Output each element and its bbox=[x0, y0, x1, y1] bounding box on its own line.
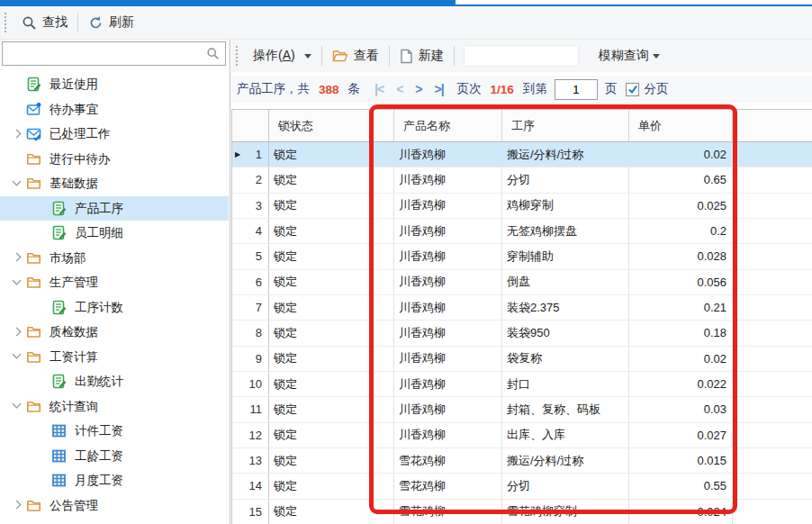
cell-price[interactable]: 0.02 bbox=[629, 142, 733, 167]
first-page-button[interactable]: |< bbox=[374, 82, 383, 96]
cell-product[interactable]: 川香鸡柳 bbox=[394, 397, 502, 421]
cell-price[interactable]: 0.015 bbox=[629, 448, 733, 473]
cell-process[interactable]: 装袋950 bbox=[502, 321, 629, 345]
cell-product[interactable]: 雪花鸡柳 bbox=[394, 448, 502, 473]
cell-price[interactable]: 0.028 bbox=[629, 244, 733, 268]
sidebar-item-产品工序[interactable]: 产品工序 bbox=[0, 196, 229, 221]
cell-product[interactable]: 川香鸡柳 bbox=[394, 167, 502, 192]
prev-page-button[interactable]: < bbox=[396, 82, 402, 96]
cell-product[interactable]: 川香鸡柳 bbox=[394, 321, 502, 345]
paging-checkbox[interactable] bbox=[626, 83, 639, 96]
table-row[interactable]: 13锁定雪花鸡柳搬运/分料/过称0.015 bbox=[232, 448, 812, 474]
sidebar-item-已处理工作[interactable]: 已处理工作 bbox=[0, 122, 229, 147]
sidebar-search-input[interactable] bbox=[3, 42, 206, 65]
table-row[interactable]: 11锁定川香鸡柳封箱、复称、码板0.03 bbox=[232, 397, 812, 422]
cell-product[interactable]: 雪花鸡柳 bbox=[394, 500, 502, 524]
column-header-process[interactable]: 工序 bbox=[502, 110, 629, 141]
chevron-down-icon[interactable] bbox=[9, 348, 25, 365]
sidebar-item-工序计数[interactable]: 工序计数 bbox=[0, 295, 229, 321]
cell-lock[interactable]: 锁定 bbox=[269, 219, 394, 243]
last-page-button[interactable]: >| bbox=[435, 82, 444, 96]
cell-process[interactable]: 雪花鸡柳穿制 bbox=[502, 500, 629, 524]
cell-product[interactable]: 川香鸡柳 bbox=[394, 194, 502, 218]
column-header-lock[interactable]: 锁状态 bbox=[269, 110, 394, 141]
sidebar-item-员工明细[interactable]: 员工明细 bbox=[0, 221, 229, 246]
cell-price[interactable]: 0.022 bbox=[629, 372, 733, 396]
cell-price[interactable]: 0.21 bbox=[629, 295, 733, 320]
cell-product[interactable]: 川香鸡柳 bbox=[394, 142, 502, 167]
cell-price[interactable]: 0.02 bbox=[629, 347, 733, 371]
next-page-button[interactable]: > bbox=[415, 82, 421, 96]
cell-product[interactable]: 川香鸡柳 bbox=[394, 244, 502, 268]
cell-process[interactable]: 倒盘 bbox=[502, 270, 629, 294]
table-row[interactable]: 5锁定川香鸡柳穿制辅助0.028 bbox=[232, 244, 812, 269]
sidebar-item-计件工资[interactable]: 计件工资 bbox=[0, 419, 229, 444]
table-row[interactable]: 8锁定川香鸡柳装袋9500.18 bbox=[232, 321, 812, 346]
cell-lock[interactable]: 锁定 bbox=[269, 372, 394, 396]
sidebar-item-统计查询[interactable]: 统计查询 bbox=[0, 394, 229, 420]
sidebar-item-月度工资[interactable]: 月度工资 bbox=[0, 468, 229, 493]
cell-lock[interactable]: 锁定 bbox=[269, 423, 394, 447]
cell-process[interactable]: 搬运/分料/过称 bbox=[502, 142, 629, 167]
table-row[interactable]: 15锁定雪花鸡柳雪花鸡柳穿制0.024 bbox=[232, 500, 812, 524]
cell-product[interactable]: 川香鸡柳 bbox=[394, 219, 502, 243]
cell-price[interactable]: 0.18 bbox=[629, 321, 733, 345]
cell-product[interactable]: 川香鸡柳 bbox=[394, 270, 502, 294]
cell-lock[interactable]: 锁定 bbox=[269, 167, 394, 192]
sidebar-item-基础数据[interactable]: 基础数据 bbox=[0, 171, 229, 196]
sidebar-item-工龄工资[interactable]: 工龄工资 bbox=[0, 444, 229, 469]
cell-process[interactable]: 袋复称 bbox=[502, 347, 629, 371]
refresh-button[interactable]: 刷新 bbox=[80, 9, 142, 36]
chevron-right-icon[interactable] bbox=[9, 324, 25, 340]
chevron-down-icon[interactable] bbox=[9, 176, 25, 192]
cell-process[interactable]: 分切 bbox=[502, 167, 629, 192]
cell-lock[interactable]: 锁定 bbox=[269, 397, 394, 421]
cell-process[interactable]: 分切 bbox=[502, 474, 629, 498]
table-row[interactable]: ▶1锁定川香鸡柳搬运/分料/过称0.02 bbox=[232, 142, 812, 167]
chevron-right-icon[interactable] bbox=[9, 497, 25, 513]
active-tab-bar[interactable] bbox=[0, 0, 456, 6]
cell-lock[interactable]: 锁定 bbox=[269, 142, 394, 167]
sidebar-item-生产管理[interactable]: 生产管理 bbox=[0, 270, 229, 295]
table-row[interactable]: 6锁定川香鸡柳倒盘0.056 bbox=[232, 270, 812, 295]
cell-product[interactable]: 雪花鸡柳 bbox=[394, 474, 502, 498]
cell-price[interactable]: 0.027 bbox=[629, 423, 733, 447]
cell-process[interactable]: 装袋2.375 bbox=[502, 295, 629, 320]
chevron-right-icon[interactable] bbox=[9, 126, 25, 142]
cell-lock[interactable]: 锁定 bbox=[269, 270, 394, 294]
cell-process[interactable]: 鸡柳穿制 bbox=[502, 194, 629, 218]
toolbar-grip[interactable] bbox=[4, 12, 7, 33]
cell-price[interactable]: 0.2 bbox=[629, 219, 733, 243]
table-row[interactable]: 14锁定雪花鸡柳分切0.55 bbox=[232, 474, 812, 499]
cell-price[interactable]: 0.03 bbox=[629, 397, 733, 421]
cell-lock[interactable]: 锁定 bbox=[269, 448, 394, 473]
cell-product[interactable]: 川香鸡柳 bbox=[394, 423, 502, 447]
cell-price[interactable]: 0.056 bbox=[629, 270, 733, 294]
cell-product[interactable]: 川香鸡柳 bbox=[394, 347, 502, 371]
new-button[interactable]: 新建 bbox=[392, 42, 452, 69]
table-row[interactable]: 2锁定川香鸡柳分切0.65 bbox=[232, 167, 812, 193]
chevron-down-icon[interactable] bbox=[9, 275, 25, 291]
cell-lock[interactable]: 锁定 bbox=[269, 321, 394, 345]
column-header-price[interactable]: 单价 bbox=[629, 110, 733, 141]
sidebar-item-工资计算[interactable]: 工资计算 bbox=[0, 345, 229, 370]
sidebar-item-最近使用[interactable]: 最近使用 bbox=[0, 72, 229, 97]
cell-process[interactable]: 搬运/分料/过称 bbox=[502, 448, 629, 473]
chevron-right-icon[interactable] bbox=[9, 249, 25, 266]
cell-process[interactable]: 封口 bbox=[502, 372, 629, 396]
cell-lock[interactable]: 锁定 bbox=[269, 244, 394, 268]
action-menu-button[interactable]: 操作(A) bbox=[245, 42, 320, 69]
cell-product[interactable]: 川香鸡柳 bbox=[394, 295, 502, 320]
sidebar-item-市场部[interactable]: 市场部 bbox=[0, 246, 229, 271]
cell-lock[interactable]: 锁定 bbox=[269, 194, 394, 218]
table-row[interactable]: 4锁定川香鸡柳无签鸡柳摆盘0.2 bbox=[232, 219, 812, 244]
cell-process[interactable]: 封箱、复称、码板 bbox=[502, 397, 629, 421]
cell-price[interactable]: 0.65 bbox=[629, 167, 733, 192]
chevron-down-icon[interactable] bbox=[9, 398, 25, 414]
cell-lock[interactable]: 锁定 bbox=[269, 347, 394, 371]
find-button[interactable]: 查找 bbox=[14, 9, 76, 36]
table-row[interactable]: 12锁定川香鸡柳出库、入库0.027 bbox=[232, 423, 812, 448]
toolbar-grip[interactable] bbox=[235, 45, 239, 67]
table-row[interactable]: 3锁定川香鸡柳鸡柳穿制0.025 bbox=[232, 194, 812, 219]
cell-price[interactable]: 0.024 bbox=[629, 500, 733, 524]
